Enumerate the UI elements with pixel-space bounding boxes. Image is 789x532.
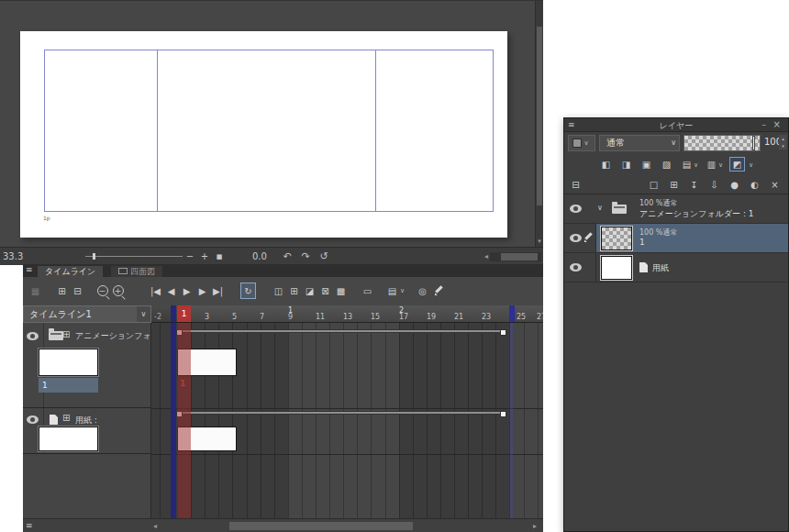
draw-on-cel-icon[interactable] — [430, 283, 446, 299]
zoom-slider-thumb[interactable] — [93, 253, 95, 260]
combine-mode-button[interactable]: ∨ — [568, 135, 595, 151]
playback-end-marker[interactable] — [509, 305, 515, 323]
fit-screen-button[interactable]: ■ — [212, 253, 227, 260]
frame-ruler[interactable]: -2 1 1 2 3 5 7 9 11 13 15 17 19 21 23 25… — [151, 305, 543, 323]
spin-down-icon[interactable]: ▾ — [782, 143, 784, 149]
close-icon[interactable]: × — [773, 119, 781, 129]
apply-mask-icon[interactable]: ◐ — [747, 177, 762, 192]
zoom-out-icon[interactable]: − — [94, 284, 110, 298]
reference-layer-icon[interactable]: ◨ — [618, 157, 634, 172]
tab-four-view[interactable]: 四面図 — [111, 266, 162, 277]
visibility-eye-icon[interactable] — [570, 263, 582, 272]
timeline-name-select[interactable]: タイムライン1 ∨ — [23, 305, 151, 323]
chevron-down-icon[interactable]: ∨ — [749, 161, 756, 169]
canvas-vertical-scrollbar[interactable]: ▾ — [535, 1, 543, 247]
play-icon[interactable]: ▶ — [179, 283, 194, 299]
lock-transparent-pixels-icon[interactable]: ▨ — [659, 157, 674, 172]
delete-cel-icon[interactable]: ⊠ — [317, 283, 333, 299]
layer-row-animation-folder[interactable]: ∨ 100 %通常 アニメーションフォルダー : 1 — [564, 194, 788, 224]
layer-thumbnail[interactable] — [601, 227, 632, 250]
zoom-slider[interactable] — [85, 256, 183, 257]
delete-frame-icon[interactable]: ⊟ — [70, 283, 85, 299]
scroll-down-icon[interactable]: ▾ — [536, 237, 543, 246]
zoom-out-button[interactable]: − — [183, 251, 197, 261]
paper-thumbnail[interactable] — [39, 427, 98, 451]
playhead-column[interactable] — [177, 323, 191, 518]
onion-skin-icon[interactable]: ◎ — [415, 283, 430, 299]
playhead-marker[interactable]: 1 — [177, 305, 191, 323]
loop-playback-icon[interactable]: ↻ — [240, 283, 256, 299]
visibility-eye-icon[interactable] — [570, 234, 582, 242]
visibility-eye-icon[interactable] — [27, 416, 39, 424]
layer-color-icon[interactable]: ◩ — [729, 157, 745, 172]
track-row-paper[interactable]: ⊞ 用紙 : — [23, 408, 151, 454]
transfer-to-lower-layer-icon[interactable]: ↧ — [686, 177, 702, 192]
frame-label: 9 — [288, 313, 293, 321]
opacity-spinner[interactable]: ▴▾ — [779, 135, 787, 150]
go-to-end-icon[interactable]: ▶| — [210, 283, 226, 299]
insert-frame-icon[interactable]: ⊞ — [54, 283, 70, 299]
batch-change-icon[interactable]: ▩ — [333, 283, 349, 299]
enable-mask-icon[interactable]: ▤ — [679, 157, 695, 172]
cel-number-cell[interactable]: 1 — [39, 378, 98, 393]
zoom-in-icon[interactable]: + — [110, 284, 126, 298]
minimize-icon[interactable]: – — [762, 120, 767, 129]
timeline-horizontal-scrollbar[interactable]: ≡ ◂ ▸ — [23, 518, 543, 532]
clip-to-layer-below-icon[interactable]: ◧ — [598, 157, 614, 172]
specify-cel-icon[interactable]: ◪ — [302, 283, 317, 299]
track-area[interactable]: 1 — [151, 323, 543, 518]
panel-menu-icon[interactable]: ≡ — [26, 521, 33, 530]
chevron-down-icon[interactable]: ∨ — [400, 287, 407, 294]
expand-toggle-icon[interactable]: ⊞ — [62, 329, 70, 339]
merge-with-lower-layer-icon[interactable]: ⇩ — [706, 177, 722, 192]
scrollbar-thumb[interactable] — [537, 27, 542, 205]
reset-view-icon[interactable]: ↺ — [317, 250, 331, 262]
redo-icon[interactable]: ↷ — [298, 250, 313, 262]
new-raster-layer-icon[interactable]: □ — [646, 177, 661, 192]
go-to-start-icon[interactable]: |◀ — [148, 283, 163, 299]
spin-up-icon[interactable]: ▴ — [782, 136, 784, 141]
previous-frame-icon[interactable]: ◀ — [163, 283, 179, 299]
scrollbar-thumb[interactable] — [501, 253, 538, 260]
panel-menu-icon[interactable]: ≡ — [26, 265, 33, 274]
new-timeline-icon[interactable]: ▦ — [28, 283, 43, 299]
clip-duration-bar[interactable] — [177, 329, 506, 333]
new-layer-folder-icon[interactable]: ⊞ — [666, 177, 682, 192]
edit-track-icon[interactable]: ▭ — [360, 283, 375, 299]
tab-timeline[interactable]: タイムライン — [38, 266, 103, 277]
lock-layer-icon[interactable]: ▣ — [639, 157, 654, 172]
expand-toggle-icon[interactable]: ⊞ — [62, 413, 70, 423]
layer-thumbnail[interactable] — [601, 256, 632, 280]
zoom-in-button[interactable]: + — [197, 251, 212, 261]
scroll-left-icon[interactable]: ◂ — [153, 522, 157, 530]
visibility-eye-icon[interactable] — [570, 205, 582, 213]
cel-thumbnail[interactable] — [39, 349, 98, 376]
chevron-down-icon[interactable]: ∨ — [694, 161, 701, 169]
next-frame-icon[interactable]: ▶ — [194, 283, 210, 299]
scrollbar-thumb[interactable] — [229, 522, 413, 530]
scroll-left-icon[interactable]: ◂ — [484, 252, 488, 260]
layer-row-paper[interactable]: 用紙 — [564, 253, 788, 283]
palette-display-icon[interactable]: ⊟ — [568, 177, 583, 192]
opacity-slider[interactable] — [683, 135, 761, 151]
create-layer-mask-icon[interactable]: ● — [727, 177, 742, 192]
track-options-icon[interactable]: ▤ — [384, 283, 400, 299]
opacity-value[interactable]: 100 ▴▾ — [762, 135, 787, 151]
set-ruler-icon[interactable]: ▥ — [704, 157, 719, 172]
expand-chevron-icon[interactable]: ∨ — [597, 204, 603, 212]
visibility-eye-icon[interactable] — [27, 332, 39, 340]
delete-layer-icon[interactable]: × — [767, 177, 783, 192]
canvas-horizontal-scrollbar[interactable] — [490, 252, 541, 261]
undo-icon[interactable]: ↶ — [280, 250, 294, 262]
scroll-right-icon[interactable]: ▸ — [533, 522, 537, 530]
clip-duration-bar[interactable] — [177, 411, 506, 415]
track-row-animation-folder[interactable]: ⊞ アニメーションフォルダ 1 — [23, 323, 151, 408]
blend-mode-select[interactable]: 通常 ∨ — [599, 135, 680, 151]
chevron-down-icon[interactable]: ∨ — [718, 161, 726, 169]
new-animation-folder-icon[interactable]: ⊞ — [286, 283, 302, 299]
canvas-paper[interactable]: 1p — [20, 31, 507, 238]
opacity-slider-handle[interactable] — [752, 136, 755, 150]
layer-row-cel-1[interactable]: 100 %通常 1 — [564, 224, 788, 253]
playback-start-marker[interactable] — [171, 305, 176, 323]
new-animation-cel-icon[interactable]: ◫ — [271, 283, 286, 299]
